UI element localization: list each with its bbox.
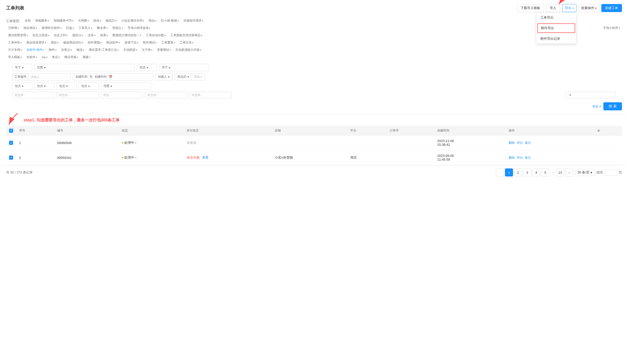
type-tag-all[interactable]: 全部	[23, 18, 33, 23]
row2-checkbox[interactable]	[9, 156, 13, 160]
filter-input-3[interactable]	[101, 92, 143, 98]
prev-page-button[interactable]: ‹	[496, 168, 504, 176]
type-tag-32[interactable]: 组件显隐 ▾	[86, 40, 104, 45]
page-size-select[interactable]: 30 条/页 ▾	[575, 169, 595, 176]
condition-sel-3-2[interactable]: 包含 ▾	[34, 82, 54, 90]
condition-sel-3-4[interactable]: 包含 ▾	[78, 82, 99, 90]
type-tag-8[interactable]: 红小厨-数据 ▾	[159, 18, 181, 23]
type-tag-20[interactable]: 自定义筛选 ▾	[30, 33, 51, 38]
header-checkbox[interactable]	[9, 129, 13, 133]
type-tag-35[interactable]: 组件测试 ▾	[141, 40, 159, 45]
row2-check-link[interactable]: 查看	[202, 156, 209, 159]
type-tag-27[interactable]: 工单面板支持拉取商品 ▾	[168, 33, 204, 38]
date-range-group[interactable]: 创建时间 至 创建时间 📅	[73, 73, 153, 80]
row2-rating-link[interactable]: 评分	[517, 156, 523, 160]
page-1-button[interactable]: 1	[505, 168, 513, 176]
type-tag-21[interactable]: 自定义列 ▾	[52, 33, 70, 38]
type-tag-38[interactable]: 方大专用 ▾	[6, 47, 24, 53]
filter-input-1[interactable]	[12, 92, 54, 98]
condition-sel-2[interactable]: 范围 ▾	[34, 64, 135, 71]
type-tag-34[interactable]: 多级下拉 ▾	[123, 40, 140, 45]
type-tag-48[interactable]: 全组件 ▾	[24, 55, 39, 60]
page-last-button[interactable]: 13	[556, 168, 564, 176]
row2-note-link[interactable]: 备注	[525, 156, 531, 160]
type-tag-24[interactable]: 发票 ▾	[98, 33, 110, 38]
type-tag-18[interactable]: 手淘小程序 ▾	[601, 25, 622, 31]
condition-sel-3-1[interactable]: 包含 ▾	[12, 82, 32, 90]
type-tag-43[interactable]: 主动跟进 ▾	[121, 47, 139, 53]
condition-sel-1[interactable]: 等于 ▾	[12, 64, 32, 71]
filter-input-2[interactable]	[56, 92, 99, 98]
row1-note-link[interactable]: 备注	[525, 141, 531, 145]
ticket-export-item[interactable]: 工单导出	[536, 13, 576, 22]
type-tag-10[interactable]: 万师傅 ▾	[6, 25, 21, 31]
type-tag-41[interactable]: 物流 ▾	[74, 47, 86, 53]
jump-input[interactable]	[605, 169, 617, 176]
filter-input-5[interactable]	[189, 92, 231, 98]
type-tag-46[interactable]: 主动跟进能力升级 ▾	[173, 47, 203, 53]
type-tag-25[interactable]: 数据统计测试勿动！ ▾	[110, 33, 143, 38]
download-template-button[interactable]: 下载导入模板	[517, 4, 544, 12]
type-tag-1[interactable]: 智能建单 ▾	[33, 18, 51, 23]
type-tag-11[interactable]: 地址测试 ▾	[21, 25, 39, 31]
type-tag-17[interactable]: 手淘小程序改造 ▾	[126, 25, 152, 31]
product-id-input[interactable]: 请输入	[192, 73, 205, 80]
type-tag-29[interactable]: 商品筛选需求 ▾	[24, 40, 48, 45]
type-tag-active[interactable]: 全组件-组件 ▾	[24, 47, 46, 53]
type-tag-28[interactable]: 工单评价 ▾	[6, 40, 24, 45]
type-tag-14[interactable]: 工单导入 ▾	[76, 25, 94, 31]
type-tag-36[interactable]: 工单重复 ▾	[159, 40, 177, 45]
type-tag-42[interactable]: 测试需求-工单类汇总 ▾	[87, 47, 121, 53]
type-tag-6[interactable]: 小仙女测试专用 ▾	[119, 18, 146, 23]
condition-sel-3[interactable]: 包含 ▾	[137, 64, 157, 71]
row2-delete-link[interactable]: 删除	[509, 156, 515, 160]
page-2-button[interactable]: 2	[514, 168, 522, 176]
page-4-button[interactable]: 4	[532, 168, 540, 176]
type-tag-52[interactable]: 顾家 ▾	[81, 55, 93, 60]
filter-sel-last[interactable]: ▾	[566, 92, 616, 98]
type-tag-7[interactable]: 商品 ▾	[147, 18, 159, 23]
product-id-left[interactable]: 商品ID ▾	[175, 73, 192, 80]
type-tag-51[interactable]: 网店管家 ▾	[62, 55, 80, 60]
type-tag-49[interactable]: mc ▾	[40, 55, 50, 60]
type-tag-33[interactable]: 商品组件 ▾	[104, 40, 122, 45]
type-tag-31[interactable]: 修改商品SKU ▾	[61, 40, 85, 45]
status-dropdown-icon[interactable]: ▾	[135, 142, 136, 144]
type-tag-37[interactable]: 工单京东 ▾	[178, 40, 195, 45]
row1-checkbox[interactable]	[9, 141, 13, 145]
filter-input-4[interactable]	[145, 92, 187, 98]
type-tag-45[interactable]: 变量测试 ▾	[155, 47, 173, 53]
type-tag-23[interactable]: 仓库 ▾	[86, 33, 98, 38]
type-tag-22[interactable]: 退款11 ▾	[70, 33, 85, 38]
type-tag-26[interactable]: 工单自动分配 ▾	[144, 33, 168, 38]
row1-rating-link[interactable]: 评分	[517, 141, 523, 145]
type-tag-12[interactable]: 新增评分组件 ▾	[40, 25, 64, 31]
collapse-button[interactable]: 收起 ∧	[593, 104, 601, 109]
creator-left[interactable]: 创建人 ▾	[155, 73, 172, 80]
type-tag-19[interactable]: 测试权限管理 ▾	[6, 33, 30, 38]
type-tag-47[interactable]: 导入模版 ▾	[6, 55, 24, 60]
type-tag-44[interactable]: 父子单 ▾	[140, 47, 154, 53]
page-3-button[interactable]: 3	[523, 168, 531, 176]
type-tag-40[interactable]: 吉客云 ▾	[59, 47, 74, 53]
type-tag-4[interactable]: 投诉 ▾	[91, 18, 103, 23]
type-tag-3[interactable]: 大闸蟹 ▾	[76, 18, 91, 23]
type-tag-30[interactable]: 退款 ▾	[49, 40, 61, 45]
row1-delete-link[interactable]: 删除	[509, 141, 515, 145]
condition-sel-3-3[interactable]: 包含 ▾	[56, 82, 76, 90]
attachment-export-item[interactable]: 附件导出	[537, 23, 575, 33]
type-tag-39[interactable]: 附件 ▾	[47, 47, 59, 53]
type-tag-9[interactable]: 对接组件需求 ▾	[181, 18, 205, 23]
status-dropdown-icon[interactable]: ▾	[135, 156, 136, 159]
type-tag-50[interactable]: 售后 ▾	[50, 55, 62, 60]
th-gear[interactable]: ⚙	[594, 126, 622, 135]
ticket-no-input[interactable]	[29, 74, 70, 80]
type-tag-16[interactable]: 管易云 ▾	[110, 25, 125, 31]
page-5-button[interactable]: 5	[541, 168, 549, 176]
condition-sel-3-5[interactable]: 范围 ▾	[101, 82, 151, 90]
type-tag-13[interactable]: 巨益 ▾	[64, 25, 76, 31]
search-button[interactable]: 搜 索	[603, 102, 622, 110]
new-ticket-button[interactable]: 新建工单	[601, 4, 622, 12]
type-tag-5[interactable]: 物流21 ▾	[104, 18, 119, 23]
row2-send-fail[interactable]: 发送失败	[187, 156, 200, 159]
